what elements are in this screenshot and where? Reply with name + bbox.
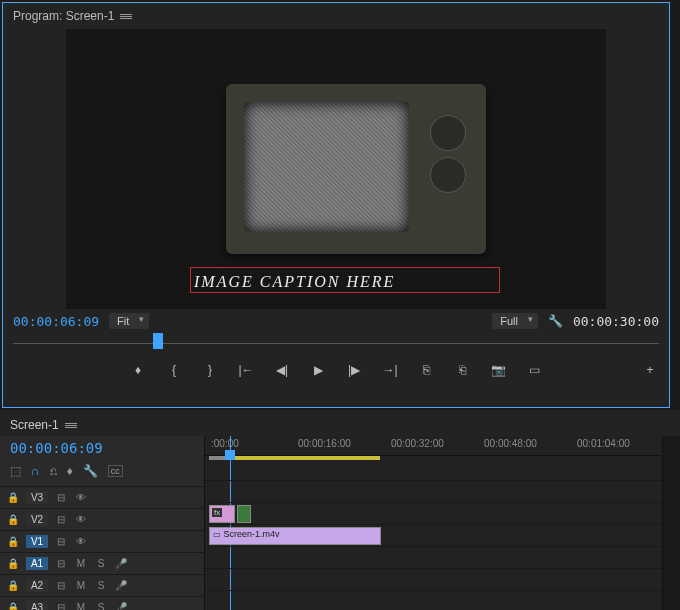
snapshot-button[interactable]: 📷 <box>489 361 507 379</box>
mute-button[interactable]: M <box>74 558 88 569</box>
linked-selection-icon[interactable]: ⎌ <box>50 464 57 478</box>
ruler-label: 00:00:16:00 <box>298 438 351 449</box>
timeline-tools: ⬚ ∩ ⎌ ♦ 🔧 cc <box>0 460 204 486</box>
export-frame-button[interactable]: ▭ <box>525 361 543 379</box>
quality-dropdown[interactable]: Full <box>492 313 538 329</box>
lift-button[interactable]: ⎘ <box>417 361 435 379</box>
eye-icon[interactable]: 👁 <box>74 536 88 547</box>
toggle-sync-icon[interactable]: ⊟ <box>54 580 68 591</box>
eye-icon[interactable]: 👁 <box>74 514 88 525</box>
track-a1-header[interactable]: 🔒 A1 ⊟ M S 🎤 <box>0 552 204 574</box>
mark-in-button[interactable]: { <box>165 361 183 379</box>
voice-over-icon[interactable]: 🎤 <box>114 580 128 591</box>
lock-icon[interactable]: 🔒 <box>6 558 20 569</box>
track-v3-lane[interactable] <box>205 480 662 502</box>
toggle-sync-icon[interactable]: ⊟ <box>54 558 68 569</box>
voice-over-icon[interactable]: 🎤 <box>114 558 128 569</box>
audio-meter <box>662 436 680 610</box>
settings-icon[interactable]: 🔧 <box>548 314 563 328</box>
track-a3-label[interactable]: A3 <box>26 601 48 610</box>
marker-button[interactable]: ♦ <box>129 361 147 379</box>
track-a2-label[interactable]: A2 <box>26 579 48 592</box>
program-playhead[interactable] <box>153 333 163 349</box>
step-forward-button[interactable]: |▶ <box>345 361 363 379</box>
lock-icon[interactable]: 🔒 <box>6 580 20 591</box>
caption-text[interactable]: IMAGE CAPTION HERE <box>194 273 395 291</box>
track-a2-header[interactable]: 🔒 A2 ⊟ M S 🎤 <box>0 574 204 596</box>
lock-icon[interactable]: 🔒 <box>6 536 20 547</box>
current-timecode[interactable]: 00:00:06:09 <box>13 314 99 329</box>
wrench-icon[interactable]: 🔧 <box>83 464 98 478</box>
toggle-sync-icon[interactable]: ⊟ <box>54 536 68 547</box>
clip-color-matte[interactable] <box>237 505 251 523</box>
toggle-sync-icon[interactable]: ⊟ <box>54 492 68 503</box>
eye-icon[interactable]: 👁 <box>74 492 88 503</box>
tv-graphic <box>226 84 486 269</box>
mute-button[interactable]: M <box>74 580 88 591</box>
track-a3-header[interactable]: 🔒 A3 ⊟ M S 🎤 <box>0 596 204 610</box>
solo-button[interactable]: S <box>94 558 108 569</box>
cc-icon[interactable]: cc <box>108 465 123 477</box>
lock-icon[interactable]: 🔒 <box>6 514 20 525</box>
transport-controls: ♦ { } |← ◀| ▶ |▶ →| ⎘ ⎗ 📷 ▭ + <box>3 355 669 389</box>
track-a3-lane[interactable] <box>205 590 662 610</box>
timeline-timecode[interactable]: 00:00:06:09 <box>0 436 204 460</box>
mute-button[interactable]: M <box>74 602 88 610</box>
track-v2-header[interactable]: 🔒 V2 ⊟ 👁 <box>0 508 204 530</box>
clip-video[interactable]: ▭ Screen-1.m4v <box>209 527 381 545</box>
track-v2-lane[interactable]: fx <box>205 502 662 524</box>
step-back-button[interactable]: ◀| <box>273 361 291 379</box>
timeline-menu-icon[interactable] <box>65 423 77 428</box>
timeline-tab[interactable]: Screen-1 <box>10 418 59 432</box>
program-panel-title: Program: Screen-1 <box>13 9 114 23</box>
marker-icon[interactable]: ♦ <box>67 464 73 478</box>
track-v1-header[interactable]: 🔒 V1 ⊟ 👁 <box>0 530 204 552</box>
ruler-label: :00:00 <box>211 438 239 449</box>
track-v3-header[interactable]: 🔒 V3 ⊟ 👁 <box>0 486 204 508</box>
timeline-tracks[interactable]: :00:00 00:00:16:00 00:00:32:00 00:00:48:… <box>205 436 662 610</box>
track-a1-label[interactable]: A1 <box>26 557 48 570</box>
panel-menu-icon[interactable] <box>120 14 132 19</box>
work-area-bar[interactable] <box>209 456 225 460</box>
timeline-ruler[interactable]: :00:00 00:00:16:00 00:00:32:00 00:00:48:… <box>205 436 662 456</box>
nest-icon[interactable]: ⬚ <box>10 464 21 478</box>
toggle-sync-icon[interactable]: ⊟ <box>54 514 68 525</box>
lock-icon[interactable]: 🔒 <box>6 492 20 503</box>
track-header-area: 00:00:06:09 ⬚ ∩ ⎌ ♦ 🔧 cc 🔒 V3 ⊟ 👁 🔒 V2 ⊟… <box>0 436 205 610</box>
track-v3-label[interactable]: V3 <box>26 491 48 504</box>
duration-timecode: 00:00:30:00 <box>573 314 659 329</box>
ruler-label: 00:00:48:00 <box>484 438 537 449</box>
solo-button[interactable]: S <box>94 602 108 610</box>
clip-name: Screen-1.m4v <box>224 529 280 539</box>
track-v1-lane[interactable]: ▭ Screen-1.m4v <box>205 524 662 546</box>
add-button[interactable]: + <box>641 361 659 379</box>
snap-icon[interactable]: ∩ <box>31 464 40 478</box>
play-button[interactable]: ▶ <box>309 361 327 379</box>
solo-button[interactable]: S <box>94 580 108 591</box>
fx-badge: fx <box>212 508 222 517</box>
extract-button[interactable]: ⎗ <box>453 361 471 379</box>
lock-icon[interactable]: 🔒 <box>6 602 20 610</box>
work-area-bar-rendered[interactable] <box>225 456 380 460</box>
ruler-label: 00:01:04:00 <box>577 438 630 449</box>
timeline-panel: Screen-1 00:00:06:09 ⬚ ∩ ⎌ ♦ 🔧 cc 🔒 V3 ⊟… <box>0 410 680 610</box>
toggle-sync-icon[interactable]: ⊟ <box>54 602 68 610</box>
program-panel-header: Program: Screen-1 <box>3 3 669 29</box>
track-a1-lane[interactable] <box>205 546 662 568</box>
track-v1-label[interactable]: V1 <box>26 535 48 548</box>
go-to-out-button[interactable]: →| <box>381 361 399 379</box>
program-time-ruler[interactable] <box>13 333 659 355</box>
track-v2-label[interactable]: V2 <box>26 513 48 526</box>
ruler-label: 00:00:32:00 <box>391 438 444 449</box>
video-preview[interactable]: IMAGE CAPTION HERE <box>66 29 606 309</box>
program-monitor-panel: Program: Screen-1 IMAGE CAPTION HERE 00:… <box>2 2 670 408</box>
clip-title[interactable]: fx <box>209 505 235 523</box>
track-a2-lane[interactable] <box>205 568 662 590</box>
clip-fx-icon: ▭ <box>213 530 221 539</box>
voice-over-icon[interactable]: 🎤 <box>114 602 128 610</box>
go-to-in-button[interactable]: |← <box>237 361 255 379</box>
mark-out-button[interactable]: } <box>201 361 219 379</box>
zoom-dropdown[interactable]: Fit <box>109 313 149 329</box>
